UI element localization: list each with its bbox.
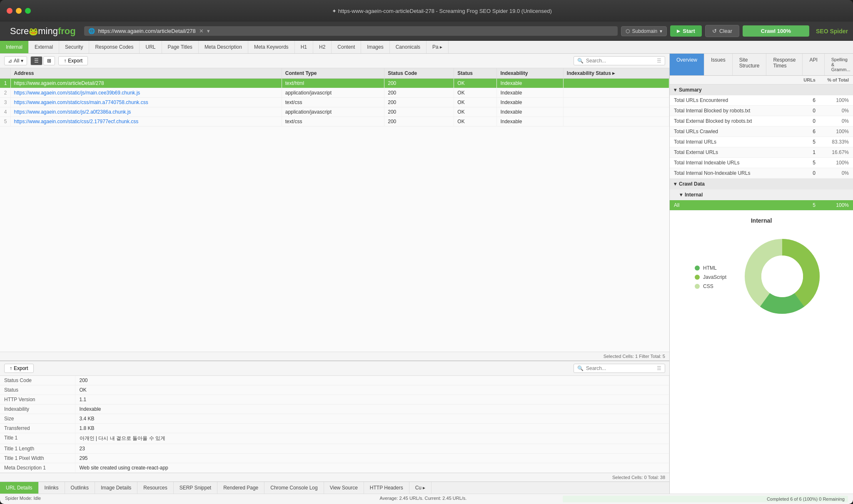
start-button[interactable]: Start: [670, 25, 702, 37]
row-content-type: application/javascript: [282, 88, 384, 98]
svg-point-3: [761, 256, 803, 297]
legend-css-label: CSS: [703, 283, 713, 289]
summary-row: Total Internal Indexable URLs 5 100%: [670, 158, 853, 168]
tab-rendered-page[interactable]: Rendered Page: [217, 482, 264, 494]
col-indexability[interactable]: Indexability: [497, 68, 563, 79]
detail-name: Transferred: [0, 424, 75, 433]
crawl-data-header[interactable]: ▾ Crawl Data: [670, 179, 853, 189]
traffic-lights: [7, 8, 31, 14]
details-search-box[interactable]: 🔍 ☰: [574, 364, 665, 373]
right-tab-api[interactable]: API: [803, 54, 824, 75]
summary-row: Total URLs Crawled 6 100%: [670, 127, 853, 137]
right-tab-issues[interactable]: Issues: [704, 54, 733, 75]
tab-response-codes[interactable]: Response Codes: [89, 41, 140, 53]
logo: Scre🐸mingfrog: [5, 26, 81, 37]
row-status-code: 200: [384, 117, 454, 127]
data-table[interactable]: Address Content Type Status Code Status …: [0, 68, 669, 352]
details-row: Status OK: [0, 385, 669, 395]
tab-images[interactable]: Images: [361, 41, 389, 53]
table-row[interactable]: 2 https://www.agaein.com/static/js/main.…: [0, 88, 669, 98]
table-row[interactable]: 3 https://www.agaein.com/static/css/main…: [0, 98, 669, 107]
tab-page-titles[interactable]: Page Titles: [162, 41, 199, 53]
grid-view-button[interactable]: ⊞: [43, 56, 55, 65]
right-panel: Overview Issues Site Structure Response …: [670, 54, 853, 494]
tab-meta-keywords[interactable]: Meta Keywords: [248, 41, 295, 53]
tab-inlinks[interactable]: Inlinks: [39, 482, 65, 494]
tab-outlinks[interactable]: Outlinks: [65, 482, 95, 494]
detail-value: Web site created using create-react-app: [75, 463, 669, 473]
details-table: Status Code 200 Status OK HTTP Version 1…: [0, 376, 669, 473]
right-tab-site-structure[interactable]: Site Structure: [733, 54, 767, 75]
tab-internal[interactable]: Internal: [0, 41, 29, 53]
tab-chrome-console-log[interactable]: Chrome Console Log: [264, 482, 324, 494]
url-dropdown-icon[interactable]: ▾: [207, 28, 210, 34]
tab-pa[interactable]: Pa ▸: [426, 41, 449, 53]
maximize-button[interactable]: [25, 8, 31, 14]
col-num: [0, 68, 10, 79]
col-status[interactable]: Status: [454, 68, 497, 79]
col-content-type[interactable]: Content Type: [282, 68, 384, 79]
tab-image-details[interactable]: Image Details: [95, 482, 137, 494]
mode-selector[interactable]: ⬡ Subdomain ▾: [621, 26, 667, 36]
app-window: ✦ https-www-agaein-com-articleDetail-278…: [0, 0, 853, 504]
crawl-progress-bar: Crawl 100%: [743, 25, 809, 37]
status-bar: Spider Mode: Idle Average: 2.45 URL/s. C…: [0, 494, 853, 504]
right-tab-overview[interactable]: Overview: [670, 54, 704, 75]
internal-header[interactable]: ▾ Internal: [670, 189, 853, 200]
all-row[interactable]: All 5 100%: [670, 200, 853, 211]
detail-value: 1.1: [75, 395, 669, 405]
tab-view-source[interactable]: View Source: [324, 482, 364, 494]
col-indexability-status[interactable]: Indexability Status ▸: [563, 68, 669, 79]
tab-content[interactable]: Content: [332, 41, 361, 53]
details-export-icon: ↑: [10, 365, 12, 371]
bottom-tab-bar: URL Details Inlinks Outlinks Image Detai…: [0, 482, 669, 494]
details-export-button[interactable]: ↑ Export: [4, 364, 34, 373]
tab-security[interactable]: Security: [59, 41, 89, 53]
right-tab-response-times[interactable]: Response Times: [766, 54, 803, 75]
tab-external[interactable]: External: [29, 41, 59, 53]
tab-url[interactable]: URL: [140, 41, 162, 53]
tab-h2[interactable]: H2: [313, 41, 332, 53]
filter-icon: ⊿: [8, 58, 12, 64]
details-row: Size 3.4 KB: [0, 414, 669, 424]
tab-url-details[interactable]: URL Details: [0, 482, 39, 494]
details-search-options-icon[interactable]: ☰: [657, 365, 661, 371]
tab-h1[interactable]: H1: [295, 41, 313, 53]
export-label: Export: [68, 58, 82, 64]
legend-html-label: HTML: [703, 265, 717, 271]
details-search-icon: 🔍: [577, 365, 584, 371]
search-options-icon[interactable]: ☰: [657, 58, 661, 64]
clear-button[interactable]: Clear: [705, 25, 739, 37]
right-overview-content: URLs % of Total ▾ Summary Total URLs Enc…: [670, 76, 853, 494]
tab-resources[interactable]: Resources: [137, 482, 173, 494]
minimize-button[interactable]: [16, 8, 22, 14]
tab-cu[interactable]: Cu ▸: [409, 482, 432, 494]
title-icon: ✦: [332, 8, 337, 14]
close-button[interactable]: [7, 8, 12, 14]
search-input[interactable]: [586, 58, 654, 64]
row-address: https://www.agaein.com/static/css/2.1797…: [10, 117, 282, 127]
tab-serp-snippet[interactable]: SERP Snippet: [174, 482, 218, 494]
clear-url-icon[interactable]: ✕: [199, 28, 204, 34]
chart-legend: HTML JavaScript CSS: [695, 265, 726, 289]
right-tab-spelling[interactable]: Spelling & Gramm...: [825, 54, 853, 75]
col-status-code[interactable]: Status Code: [384, 68, 454, 79]
filter-dropdown[interactable]: ⊿ All ▾: [4, 56, 27, 65]
filter-value: All: [14, 58, 19, 64]
list-view-button[interactable]: ☰: [30, 56, 42, 65]
row-indexability: Indexable: [497, 117, 563, 127]
summary-header[interactable]: ▾ Summary: [670, 84, 853, 95]
row-indexability: Indexable: [497, 88, 563, 98]
table-row[interactable]: 1 https://www.agaein.com/articleDetail/2…: [0, 79, 669, 88]
url-bar[interactable]: 🌐 https://www.agaein.com/articleDetail/2…: [84, 26, 618, 36]
details-search-input[interactable]: [586, 365, 654, 371]
col-address[interactable]: Address: [10, 68, 282, 79]
tab-meta-description[interactable]: Meta Description: [199, 41, 248, 53]
export-button[interactable]: ↑ Export: [58, 56, 88, 65]
details-row: Transferred 1.8 KB: [0, 424, 669, 433]
tab-http-headers[interactable]: HTTP Headers: [364, 482, 409, 494]
search-box[interactable]: 🔍 ☰: [574, 56, 665, 65]
tab-canonicals[interactable]: Canonicals: [390, 41, 426, 53]
table-row[interactable]: 4 https://www.agaein.com/static/js/2.a0f…: [0, 107, 669, 117]
table-row[interactable]: 5 https://www.agaein.com/static/css/2.17…: [0, 117, 669, 127]
